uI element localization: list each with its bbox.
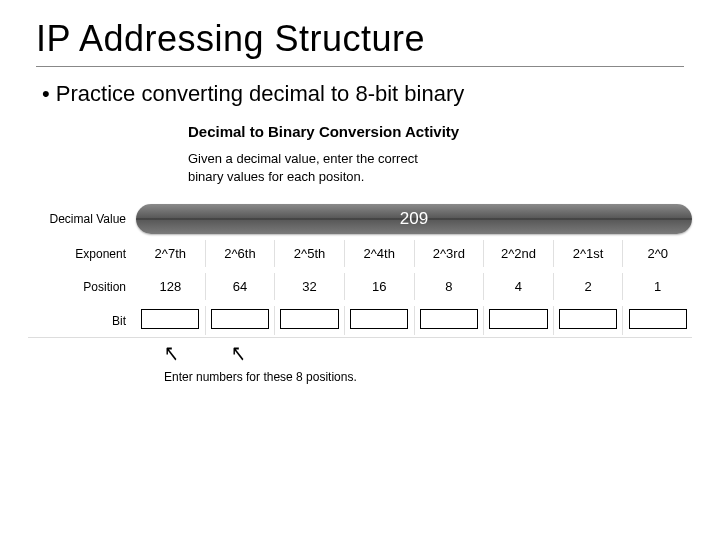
position-cell: 8 — [415, 273, 485, 300]
activity-desc-line1: Given a decimal value, enter the correct — [188, 151, 418, 166]
title-divider — [36, 66, 684, 67]
position-cell: 2 — [554, 273, 624, 300]
hint-text: Enter numbers for these 8 positions. — [164, 370, 692, 384]
bit-input-3[interactable] — [350, 309, 408, 329]
bit-input-4[interactable] — [420, 309, 478, 329]
exponent-cell: 2^7th — [136, 240, 206, 267]
position-cell: 32 — [275, 273, 345, 300]
bit-label: Bit — [28, 314, 136, 328]
bit-cell — [345, 306, 415, 335]
position-cells: 128 64 32 16 8 4 2 1 — [136, 273, 692, 300]
decimal-value-row: Decimal Value 209 — [28, 204, 692, 234]
exponent-row: Exponent 2^7th 2^6th 2^5th 2^4th 2^3rd 2… — [28, 240, 692, 267]
bit-input-1[interactable] — [211, 309, 269, 329]
bit-cell — [275, 306, 345, 335]
bit-input-6[interactable] — [559, 309, 617, 329]
activity-heading: Decimal to Binary Conversion Activity — [188, 123, 720, 140]
arrow-up-left-icon: ↖ — [164, 342, 179, 365]
bit-cells — [136, 306, 692, 335]
arrow-up-left-icon: ↖ — [231, 342, 246, 365]
exponent-cell: 2^5th — [275, 240, 345, 267]
bullet-practice: Practice converting decimal to 8-bit bin… — [0, 81, 720, 123]
bit-cell — [484, 306, 554, 335]
activity-description: Given a decimal value, enter the correct… — [188, 150, 720, 186]
bit-row: Bit — [28, 306, 692, 338]
exponent-cell: 2^0 — [623, 240, 692, 267]
exponent-cell: 2^1st — [554, 240, 624, 267]
conversion-table: Decimal Value 209 Exponent 2^7th 2^6th 2… — [28, 204, 692, 384]
position-cell: 64 — [206, 273, 276, 300]
exponent-cells: 2^7th 2^6th 2^5th 2^4th 2^3rd 2^2nd 2^1s… — [136, 240, 692, 267]
exponent-cell: 2^3rd — [415, 240, 485, 267]
bit-cell — [554, 306, 624, 335]
bit-cell — [206, 306, 276, 335]
activity-block: Decimal to Binary Conversion Activity Gi… — [188, 123, 720, 186]
exponent-label: Exponent — [28, 247, 136, 261]
position-cell: 1 — [623, 273, 692, 300]
position-cell: 16 — [345, 273, 415, 300]
decimal-value-label: Decimal Value — [28, 212, 136, 226]
activity-desc-line2: binary values for each positon. — [188, 169, 364, 184]
position-cell: 4 — [484, 273, 554, 300]
slide-title: IP Addressing Structure — [0, 0, 720, 66]
arrow-hints: ↖ ↖ — [164, 344, 692, 362]
position-label: Position — [28, 280, 136, 294]
exponent-cell: 2^6th — [206, 240, 276, 267]
bit-input-5[interactable] — [489, 309, 547, 329]
exponent-cell: 2^2nd — [484, 240, 554, 267]
bit-cell — [415, 306, 485, 335]
bit-input-0[interactable] — [141, 309, 199, 329]
position-cell: 128 — [136, 273, 206, 300]
position-row: Position 128 64 32 16 8 4 2 1 — [28, 273, 692, 300]
bit-input-7[interactable] — [629, 309, 687, 329]
decimal-value-display: 209 — [136, 204, 692, 234]
bit-cell — [623, 306, 692, 335]
bit-input-2[interactable] — [280, 309, 338, 329]
bit-cell — [136, 306, 206, 335]
exponent-cell: 2^4th — [345, 240, 415, 267]
